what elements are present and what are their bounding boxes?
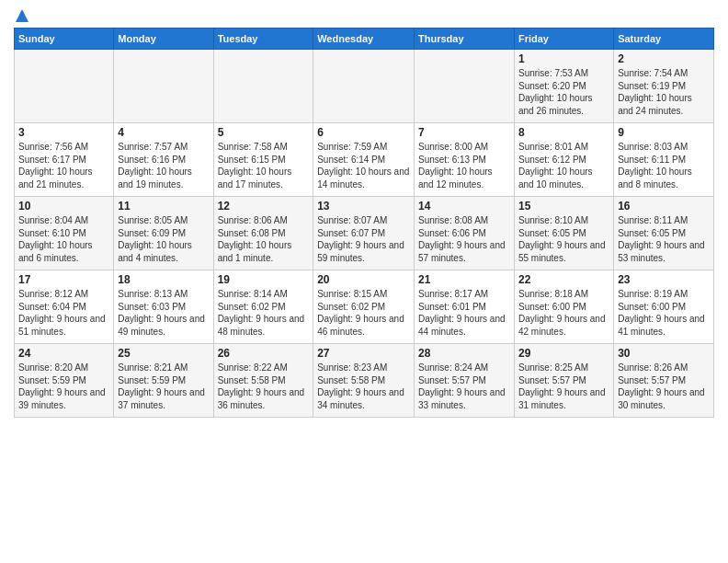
day-number: 18 [118,273,209,286]
day-number: 6 [317,126,410,139]
day-info: Sunrise: 7:58 AM Sunset: 6:15 PM Dayligh… [218,141,310,190]
day-info: Sunrise: 8:14 AM Sunset: 6:02 PM Dayligh… [218,288,310,338]
day-number: 7 [418,126,510,139]
day-number: 25 [118,347,209,360]
weekday-header: Sunday [15,29,114,50]
day-info: Sunrise: 8:25 AM Sunset: 5:57 PM Dayligh… [518,362,609,411]
logo-bird-icon [16,9,28,22]
day-number: 9 [618,126,710,139]
day-number: 3 [18,126,109,139]
calendar-week-row: 1Sunrise: 7:53 AM Sunset: 6:20 PM Daylig… [15,50,714,123]
day-info: Sunrise: 8:12 AM Sunset: 6:04 PM Dayligh… [18,288,109,338]
calendar-cell: 28Sunrise: 8:24 AM Sunset: 5:57 PM Dayli… [415,344,515,418]
calendar-header-row: SundayMondayTuesdayWednesdayThursdayFrid… [15,29,714,50]
calendar-cell: 18Sunrise: 8:13 AM Sunset: 6:03 PM Dayli… [114,270,213,344]
day-info: Sunrise: 8:01 AM Sunset: 6:12 PM Dayligh… [518,141,609,190]
logo [14,9,28,24]
day-info: Sunrise: 8:22 AM Sunset: 5:58 PM Dayligh… [218,362,310,411]
weekday-header: Tuesday [213,29,313,50]
calendar-cell: 8Sunrise: 8:01 AM Sunset: 6:12 PM Daylig… [514,123,613,197]
day-number: 20 [317,273,410,286]
day-number: 16 [618,200,710,213]
day-info: Sunrise: 8:10 AM Sunset: 6:05 PM Dayligh… [518,214,609,264]
calendar-table: SundayMondayTuesdayWednesdayThursdayFrid… [14,28,714,418]
svg-marker-0 [16,9,28,22]
calendar-cell [213,50,313,123]
calendar-week-row: 17Sunrise: 8:12 AM Sunset: 6:04 PM Dayli… [15,270,714,344]
calendar-cell: 27Sunrise: 8:23 AM Sunset: 5:58 PM Dayli… [313,344,415,418]
day-number: 1 [518,52,609,65]
day-number: 10 [18,200,109,213]
weekday-header: Thursday [415,29,515,50]
calendar-cell: 20Sunrise: 8:15 AM Sunset: 6:02 PM Dayli… [313,270,415,344]
calendar-cell: 4Sunrise: 7:57 AM Sunset: 6:16 PM Daylig… [114,123,213,197]
calendar-cell [114,50,213,123]
day-info: Sunrise: 8:21 AM Sunset: 5:59 PM Dayligh… [118,362,209,411]
calendar-cell: 13Sunrise: 8:07 AM Sunset: 6:07 PM Dayli… [313,197,415,270]
day-number: 29 [518,347,609,360]
day-info: Sunrise: 8:08 AM Sunset: 6:06 PM Dayligh… [418,214,510,264]
calendar-cell: 3Sunrise: 7:56 AM Sunset: 6:17 PM Daylig… [15,123,114,197]
day-number: 11 [118,200,209,213]
day-info: Sunrise: 8:20 AM Sunset: 5:59 PM Dayligh… [18,362,109,411]
day-info: Sunrise: 8:13 AM Sunset: 6:03 PM Dayligh… [118,288,209,338]
calendar-cell: 16Sunrise: 8:11 AM Sunset: 6:05 PM Dayli… [614,197,714,270]
day-number: 13 [317,200,410,213]
day-number: 17 [18,273,109,286]
day-number: 30 [618,347,710,360]
weekday-header: Friday [514,29,613,50]
day-info: Sunrise: 8:06 AM Sunset: 6:08 PM Dayligh… [218,214,310,264]
day-number: 28 [418,347,510,360]
day-info: Sunrise: 8:23 AM Sunset: 5:58 PM Dayligh… [317,362,410,411]
calendar-cell: 14Sunrise: 8:08 AM Sunset: 6:06 PM Dayli… [415,197,515,270]
day-info: Sunrise: 8:18 AM Sunset: 6:00 PM Dayligh… [518,288,609,338]
calendar-cell: 12Sunrise: 8:06 AM Sunset: 6:08 PM Dayli… [213,197,313,270]
calendar-cell: 5Sunrise: 7:58 AM Sunset: 6:15 PM Daylig… [213,123,313,197]
calendar-cell: 15Sunrise: 8:10 AM Sunset: 6:05 PM Dayli… [514,197,613,270]
day-info: Sunrise: 8:17 AM Sunset: 6:01 PM Dayligh… [418,288,510,338]
day-number: 22 [518,273,609,286]
calendar-cell: 1Sunrise: 7:53 AM Sunset: 6:20 PM Daylig… [514,50,613,123]
calendar-cell: 9Sunrise: 8:03 AM Sunset: 6:11 PM Daylig… [614,123,714,197]
day-info: Sunrise: 7:53 AM Sunset: 6:20 PM Dayligh… [518,67,609,117]
day-number: 12 [218,200,310,213]
calendar-cell: 29Sunrise: 8:25 AM Sunset: 5:57 PM Dayli… [514,344,613,418]
day-info: Sunrise: 7:59 AM Sunset: 6:14 PM Dayligh… [317,141,410,190]
calendar-cell [415,50,515,123]
day-info: Sunrise: 8:00 AM Sunset: 6:13 PM Dayligh… [418,141,510,190]
day-number: 27 [317,347,410,360]
day-number: 2 [618,52,710,65]
day-number: 15 [518,200,609,213]
calendar-cell: 24Sunrise: 8:20 AM Sunset: 5:59 PM Dayli… [15,344,114,418]
calendar-cell: 2Sunrise: 7:54 AM Sunset: 6:19 PM Daylig… [614,50,714,123]
weekday-header: Wednesday [313,29,415,50]
day-info: Sunrise: 8:26 AM Sunset: 5:57 PM Dayligh… [618,362,710,411]
day-number: 14 [418,200,510,213]
day-info: Sunrise: 8:11 AM Sunset: 6:05 PM Dayligh… [618,214,710,264]
day-number: 4 [118,126,209,139]
calendar-cell: 22Sunrise: 8:18 AM Sunset: 6:00 PM Dayli… [514,270,613,344]
calendar-cell: 23Sunrise: 8:19 AM Sunset: 6:00 PM Dayli… [614,270,714,344]
day-info: Sunrise: 8:04 AM Sunset: 6:10 PM Dayligh… [18,214,109,264]
day-number: 19 [218,273,310,286]
day-info: Sunrise: 8:24 AM Sunset: 5:57 PM Dayligh… [418,362,510,411]
calendar-week-row: 10Sunrise: 8:04 AM Sunset: 6:10 PM Dayli… [15,197,714,270]
calendar-cell: 10Sunrise: 8:04 AM Sunset: 6:10 PM Dayli… [15,197,114,270]
calendar-cell: 21Sunrise: 8:17 AM Sunset: 6:01 PM Dayli… [415,270,515,344]
day-number: 21 [418,273,510,286]
calendar-week-row: 24Sunrise: 8:20 AM Sunset: 5:59 PM Dayli… [15,344,714,418]
calendar-cell [313,50,415,123]
day-number: 23 [618,273,710,286]
day-info: Sunrise: 8:19 AM Sunset: 6:00 PM Dayligh… [618,288,710,338]
weekday-header: Monday [114,29,213,50]
calendar-cell [15,50,114,123]
calendar-cell: 11Sunrise: 8:05 AM Sunset: 6:09 PM Dayli… [114,197,213,270]
calendar-cell: 30Sunrise: 8:26 AM Sunset: 5:57 PM Dayli… [614,344,714,418]
day-info: Sunrise: 8:15 AM Sunset: 6:02 PM Dayligh… [317,288,410,338]
calendar-cell: 26Sunrise: 8:22 AM Sunset: 5:58 PM Dayli… [213,344,313,418]
day-info: Sunrise: 8:07 AM Sunset: 6:07 PM Dayligh… [317,214,410,264]
day-info: Sunrise: 8:05 AM Sunset: 6:09 PM Dayligh… [118,214,209,264]
day-number: 8 [518,126,609,139]
day-info: Sunrise: 7:54 AM Sunset: 6:19 PM Dayligh… [618,67,710,117]
page-header [14,9,714,24]
